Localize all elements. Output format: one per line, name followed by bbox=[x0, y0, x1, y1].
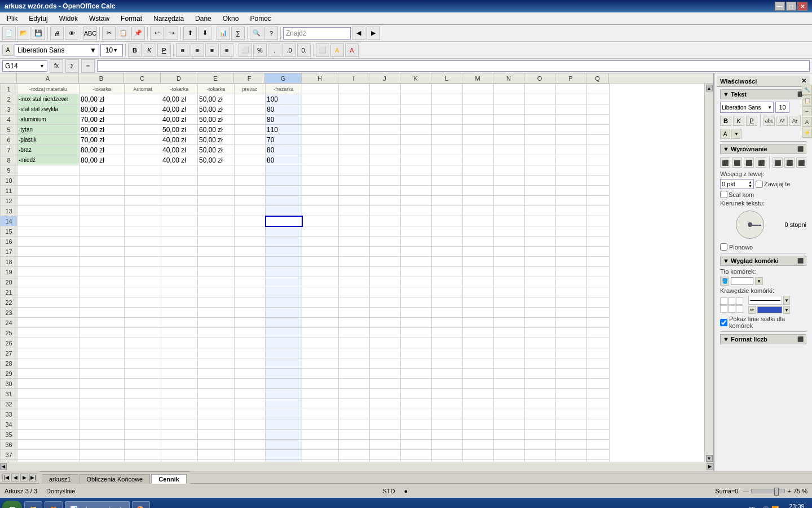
volume-icon[interactable]: 🔊 bbox=[761, 506, 769, 509]
cell-Q3[interactable] bbox=[587, 104, 610, 115]
cell-H15[interactable] bbox=[302, 226, 339, 237]
row-number-28[interactable]: 28 bbox=[1, 358, 17, 369]
cell-A30[interactable] bbox=[17, 379, 80, 389]
cell-K25[interactable] bbox=[401, 328, 432, 338]
cell-I24[interactable] bbox=[339, 318, 370, 328]
cell-G6[interactable]: 70 bbox=[266, 135, 302, 145]
cell-K37[interactable] bbox=[401, 450, 432, 460]
horizontal-scrollbar[interactable]: ◀ ▶ bbox=[0, 462, 713, 471]
cell-E20[interactable] bbox=[198, 277, 235, 287]
cell-B22[interactable] bbox=[80, 297, 125, 308]
search-input[interactable] bbox=[283, 27, 351, 40]
formula-equals-button[interactable]: = bbox=[81, 59, 95, 73]
cell-D36[interactable] bbox=[161, 440, 198, 450]
cell-C32[interactable] bbox=[125, 399, 161, 409]
align-right-button[interactable]: ≡ bbox=[205, 43, 219, 57]
cell-I28[interactable] bbox=[339, 358, 370, 369]
cell-K26[interactable] bbox=[401, 338, 432, 348]
cell-M2[interactable] bbox=[463, 94, 494, 104]
cell-E3[interactable]: 50,00 zł bbox=[198, 104, 235, 115]
cell-M10[interactable] bbox=[463, 176, 494, 186]
cell-H26[interactable] bbox=[302, 338, 339, 348]
cell-G1[interactable]: -frezarka bbox=[266, 84, 302, 94]
cell-P19[interactable] bbox=[556, 267, 587, 277]
cell-F28[interactable] bbox=[235, 358, 266, 369]
cell-A12[interactable] bbox=[17, 196, 80, 206]
formula-sum-button[interactable]: Σ bbox=[65, 59, 79, 73]
zoom-slider[interactable] bbox=[751, 489, 785, 493]
cell-B23[interactable] bbox=[80, 308, 125, 318]
cell-I29[interactable] bbox=[339, 369, 370, 379]
cell-I14[interactable] bbox=[339, 216, 370, 226]
thousands-button[interactable]: , bbox=[268, 43, 281, 57]
cell-Q7[interactable] bbox=[587, 145, 610, 155]
cell-A10[interactable] bbox=[17, 176, 80, 186]
percent-button[interactable]: % bbox=[253, 43, 267, 57]
cell-A20[interactable] bbox=[17, 277, 80, 287]
cell-D12[interactable] bbox=[161, 196, 198, 206]
cell-C22[interactable] bbox=[125, 297, 161, 308]
cell-H8[interactable] bbox=[302, 155, 339, 165]
menu-item-okno[interactable]: Okno bbox=[218, 14, 244, 24]
cell-P30[interactable] bbox=[556, 379, 587, 389]
cell-N19[interactable] bbox=[494, 267, 525, 277]
row-number-10[interactable]: 10 bbox=[1, 176, 17, 186]
row-number-2[interactable]: 2 bbox=[1, 94, 17, 104]
cell-Q16[interactable] bbox=[587, 237, 610, 247]
cell-B1[interactable]: -tokarka bbox=[80, 84, 125, 94]
sort-asc-button[interactable]: ⬆ bbox=[183, 27, 197, 40]
prop-valign-top[interactable]: ⬛ bbox=[773, 157, 783, 168]
cell-F9[interactable] bbox=[235, 165, 266, 176]
cell-Q26[interactable] bbox=[587, 338, 610, 348]
cell-P24[interactable] bbox=[556, 318, 587, 328]
cell-C26[interactable] bbox=[125, 338, 161, 348]
cell-O22[interactable] bbox=[525, 297, 556, 308]
cell-K36[interactable] bbox=[401, 440, 432, 450]
cell-P37[interactable] bbox=[556, 450, 587, 460]
cell-G24[interactable] bbox=[266, 318, 302, 328]
cell-C4[interactable] bbox=[125, 115, 161, 125]
font-color-button[interactable]: A bbox=[345, 43, 359, 57]
number-format-section-header[interactable]: ▼ Format liczb ⬛ bbox=[720, 334, 806, 344]
cell-N35[interactable] bbox=[494, 430, 525, 440]
cell-A7[interactable]: -braz bbox=[17, 145, 80, 155]
cell-P29[interactable] bbox=[556, 369, 587, 379]
cell-A31[interactable] bbox=[17, 389, 80, 399]
col-header-F[interactable]: F bbox=[234, 73, 265, 83]
text-section-header[interactable]: ▼ Tekst ⬛ bbox=[720, 89, 806, 99]
cell-F23[interactable] bbox=[235, 308, 266, 318]
cell-B19[interactable] bbox=[80, 267, 125, 277]
cell-P35[interactable] bbox=[556, 430, 587, 440]
cell-B30[interactable] bbox=[80, 379, 125, 389]
cell-O23[interactable] bbox=[525, 308, 556, 318]
cell-L27[interactable] bbox=[432, 348, 463, 358]
cell-L8[interactable] bbox=[432, 155, 463, 165]
cell-E8[interactable]: 50,00 zł bbox=[198, 155, 235, 165]
cell-O18[interactable] bbox=[525, 257, 556, 267]
cell-H34[interactable] bbox=[302, 419, 339, 430]
cell-E5[interactable]: 60,00 zł bbox=[198, 125, 235, 135]
cell-D4[interactable]: 40,00 zł bbox=[161, 115, 198, 125]
cell-O10[interactable] bbox=[525, 176, 556, 186]
cell-F34[interactable] bbox=[235, 419, 266, 430]
cell-P4[interactable] bbox=[556, 115, 587, 125]
col-header-P[interactable]: P bbox=[555, 73, 586, 83]
border-line-dropdown[interactable]: ▼ bbox=[783, 296, 790, 305]
cell-Q19[interactable] bbox=[587, 267, 610, 277]
font-name-display[interactable]: Liberation Sans ▼ bbox=[15, 44, 99, 56]
cell-B31[interactable] bbox=[80, 389, 125, 399]
cell-L6[interactable] bbox=[432, 135, 463, 145]
cell-A33[interactable] bbox=[17, 409, 80, 419]
cell-C21[interactable] bbox=[125, 287, 161, 297]
cell-K31[interactable] bbox=[401, 389, 432, 399]
cell-C8[interactable] bbox=[125, 155, 161, 165]
tab-scroll-first[interactable]: |◀ bbox=[2, 474, 10, 481]
cell-N1[interactable] bbox=[494, 84, 525, 94]
prop-valign-bottom[interactable]: ⬛ bbox=[796, 157, 806, 168]
cell-I19[interactable] bbox=[339, 267, 370, 277]
cell-H9[interactable] bbox=[302, 165, 339, 176]
taskbar-file-manager[interactable]: 📁 bbox=[24, 501, 42, 508]
cell-M3[interactable] bbox=[463, 104, 494, 115]
cell-D28[interactable] bbox=[161, 358, 198, 369]
cell-L24[interactable] bbox=[432, 318, 463, 328]
